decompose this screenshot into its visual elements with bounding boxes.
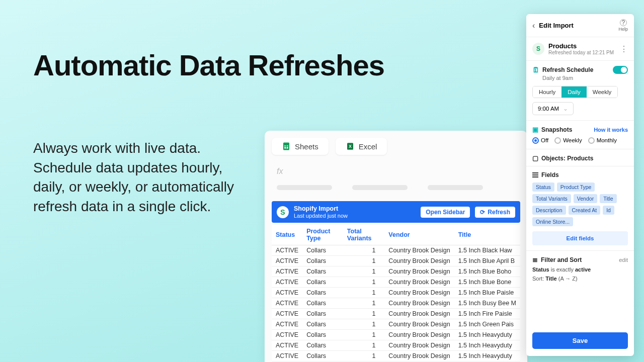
table-row[interactable]: ACTIVECollars1Country Brook Design1.5 In… [272, 245, 520, 256]
edit-fields-button[interactable]: Edit fields [532, 231, 628, 245]
table-cell[interactable]: 1.5 Inch Busy Bee M [454, 298, 520, 309]
table-cell[interactable]: Collars [302, 298, 343, 309]
table-row[interactable]: ACTIVECollars1Country Brook Design1.5 In… [272, 340, 520, 351]
save-button[interactable]: Save [532, 332, 628, 349]
tab-sheets[interactable]: Sheets [272, 138, 329, 155]
table-header[interactable]: Vendor [384, 225, 454, 245]
table-cell[interactable]: Collars [302, 256, 343, 266]
table-cell[interactable]: 1 [343, 319, 385, 330]
freq-daily[interactable]: Daily [561, 86, 587, 98]
table-cell[interactable]: 1.5 Inch Blue Boho [454, 266, 520, 277]
table-cell[interactable]: Collars [302, 266, 343, 277]
refresh-button[interactable]: ⟳ Refresh [475, 207, 515, 218]
open-sidebar-button[interactable]: Open Sidebar [421, 207, 470, 218]
field-chip[interactable]: Status [532, 183, 554, 192]
table-cell[interactable]: ACTIVE [272, 288, 302, 298]
table-cell[interactable]: 1.5 Inch Black Haw [454, 245, 520, 256]
table-cell[interactable]: ACTIVE [272, 277, 302, 288]
table-cell[interactable]: ACTIVE [272, 256, 302, 266]
table-cell[interactable]: Country Brook Design [384, 351, 454, 361]
field-chip[interactable]: Description [532, 206, 566, 215]
field-chip[interactable]: Online Store... [532, 217, 573, 226]
table-cell[interactable]: 1.5 Inch Green Pais [454, 319, 520, 330]
table-cell[interactable]: Country Brook Design [384, 330, 454, 340]
snap-monthly[interactable]: Monthly [588, 137, 617, 144]
table-row[interactable]: ACTIVECollars1Country Brook Design1.5 In… [272, 277, 520, 288]
snap-off[interactable]: Off [532, 137, 548, 144]
tab-excel[interactable]: X Excel [336, 138, 387, 155]
table-cell[interactable]: 1 [343, 266, 385, 277]
table-cell[interactable]: 1 [343, 277, 385, 288]
table-cell[interactable]: Country Brook Design [384, 340, 454, 351]
field-chip[interactable]: Total Variants [532, 194, 571, 203]
table-cell[interactable]: 1 [343, 256, 385, 266]
table-cell[interactable]: ACTIVE [272, 340, 302, 351]
table-cell[interactable]: Country Brook Design [384, 245, 454, 256]
table-cell[interactable]: ACTIVE [272, 245, 302, 256]
table-cell[interactable]: Collars [302, 340, 343, 351]
table-cell[interactable]: Country Brook Design [384, 266, 454, 277]
schedule-time-picker[interactable]: 9:00 AM ⌄ [532, 102, 574, 115]
field-chip[interactable]: Created At [569, 206, 601, 215]
table-cell[interactable]: Collars [302, 330, 343, 340]
table-cell[interactable]: 1.5 Inch Fire Paisle [454, 309, 520, 319]
table-header[interactable]: Status [272, 225, 302, 245]
freq-hourly[interactable]: Hourly [533, 86, 561, 98]
schedule-toggle[interactable] [613, 66, 628, 74]
table-cell[interactable]: ACTIVE [272, 266, 302, 277]
table-cell[interactable]: ACTIVE [272, 309, 302, 319]
freq-weekly[interactable]: Weekly [587, 86, 618, 98]
table-cell[interactable]: Collars [302, 351, 343, 361]
table-row[interactable]: ACTIVECollars1Country Brook Design1.5 In… [272, 266, 520, 277]
table-cell[interactable]: Collars [302, 288, 343, 298]
table-cell[interactable]: 1 [343, 245, 385, 256]
table-cell[interactable]: Collars [302, 309, 343, 319]
table-row[interactable]: ACTIVECollars1Country Brook Design1.5 In… [272, 309, 520, 319]
table-cell[interactable]: Country Brook Design [384, 277, 454, 288]
table-cell[interactable]: ACTIVE [272, 330, 302, 340]
table-row[interactable]: ACTIVECollars1Country Brook Design1.5 In… [272, 256, 520, 266]
table-cell[interactable]: Country Brook Design [384, 298, 454, 309]
table-cell[interactable]: 1.5 Inch Blue April B [454, 256, 520, 266]
table-cell[interactable]: Collars [302, 277, 343, 288]
table-cell[interactable]: ACTIVE [272, 298, 302, 309]
field-chip[interactable]: Id [603, 206, 614, 215]
table-cell[interactable]: 1.5 Inch Blue Bone [454, 277, 520, 288]
table-row[interactable]: ACTIVECollars1Country Brook Design1.5 In… [272, 330, 520, 340]
table-cell[interactable]: ACTIVE [272, 319, 302, 330]
field-chip[interactable]: Title [600, 194, 616, 203]
table-cell[interactable]: 1 [343, 340, 385, 351]
table-header[interactable]: Title [454, 225, 520, 245]
table-cell[interactable]: 1 [343, 288, 385, 298]
table-cell[interactable]: Country Brook Design [384, 319, 454, 330]
table-cell[interactable]: ACTIVE [272, 351, 302, 361]
table-cell[interactable]: 1.5 Inch Heavyduty [454, 340, 520, 351]
field-chip[interactable]: Product Type [557, 183, 595, 192]
snap-weekly[interactable]: Weekly [554, 137, 582, 144]
banner-subtitle: Last updated just now [294, 213, 416, 219]
table-cell[interactable]: 1 [343, 351, 385, 361]
table-cell[interactable]: 1 [343, 298, 385, 309]
back-icon[interactable]: ‹ [532, 21, 535, 30]
table-cell[interactable]: 1.5 Inch Heavyduty [454, 351, 520, 361]
table-row[interactable]: ACTIVECollars1Country Brook Design1.5 In… [272, 351, 520, 361]
table-cell[interactable]: 1 [343, 309, 385, 319]
kebab-icon[interactable]: ⋮ [620, 44, 628, 54]
table-cell[interactable]: Collars [302, 319, 343, 330]
table-header[interactable]: Product Type [302, 225, 343, 245]
table-cell[interactable]: Country Brook Design [384, 256, 454, 266]
table-cell[interactable]: 1.5 Inch Heavyduty [454, 330, 520, 340]
table-row[interactable]: ACTIVECollars1Country Brook Design1.5 In… [272, 319, 520, 330]
how-it-works-link[interactable]: How it works [594, 127, 628, 133]
table-row[interactable]: ACTIVECollars1Country Brook Design1.5 In… [272, 298, 520, 309]
help-button[interactable]: ?Help [618, 19, 628, 32]
table-cell[interactable]: 1.5 Inch Blue Paisle [454, 288, 520, 298]
field-chip[interactable]: Vendor [574, 194, 597, 203]
table-header[interactable]: Total Variants [343, 225, 385, 245]
table-cell[interactable]: Collars [302, 245, 343, 256]
filter-edit-link[interactable]: edit [619, 257, 628, 263]
table-cell[interactable]: Country Brook Design [384, 288, 454, 298]
table-row[interactable]: ACTIVECollars1Country Brook Design1.5 In… [272, 288, 520, 298]
table-cell[interactable]: Country Brook Design [384, 309, 454, 319]
table-cell[interactable]: 1 [343, 330, 385, 340]
